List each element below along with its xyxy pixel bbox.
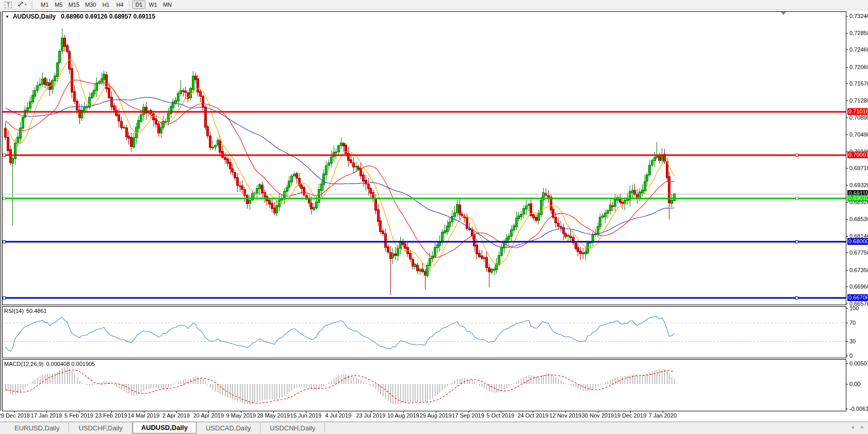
chart-tab-eurusd[interactable]: EURUSD,Daily [5,423,69,433]
macd-tick-label: 0.005076 [849,360,868,366]
macd-tick-label: 0.00 [849,381,860,387]
date-label: 19 Dec 2019 [614,412,646,419]
price-badge-0.66706: 0.66706 [847,294,868,301]
price-badge-0.68000: 0.68000 [847,238,868,245]
price-tick-label: 0.70490 [849,131,868,138]
date-label: 29 Dec 2018 [0,412,30,419]
macd-tick-label: -0.006148 [849,406,868,412]
date-label: 4 Jul 2019 [325,412,352,419]
date-label: 24 Oct 2019 [517,412,548,419]
price-tick-label: 0.69320 [849,182,868,188]
price-tick-label: 0.73240 [849,13,868,19]
chart-title: ▼AUDUSD,Daily0.68960 0.69126 0.68957 0.6… [5,13,155,20]
tab-scroll-buttons: ◂ ▸ [851,424,864,430]
date-label: 5 Feb 2019 [64,412,93,419]
timeframe-button-d1[interactable]: D1 [132,1,145,9]
date-label: 20 Apr 2019 [193,412,224,419]
price-badge-0.71016: 0.71016 [847,108,868,115]
price-tick-label: 0.66960 [849,283,868,290]
rsi-name: RSI(14) [4,308,24,314]
timeframe-button-mn[interactable]: MN [160,1,174,9]
chart-tab-usdcnh[interactable]: USDCNH,Daily [260,423,325,433]
price-tick-label: 0.68530 [849,216,868,222]
rsi-value: 50.4861 [26,308,47,314]
rsi-tick-label: 0 [849,353,853,359]
rsi-tick-label: 100 [849,305,859,311]
chart-tab-usdchf[interactable]: USDCHF,Daily [69,423,132,433]
price-tick-label: 0.67350 [849,267,868,273]
date-label: 2 Apr 2019 [162,412,190,419]
timeframe-button-m30[interactable]: M30 [83,1,99,9]
date-label: 15 Jun 2019 [290,412,322,419]
timeframe-button-w1[interactable]: W1 [146,1,160,9]
price-chart-canvas[interactable] [0,0,868,434]
price-tick-label: 0.67750 [849,249,868,256]
toolbar-separator [129,1,129,8]
price-tick-label: 0.70890 [849,114,868,121]
date-label: 12 Nov 2019 [549,412,581,419]
rsi-tick-label: 30 [849,338,856,344]
price-badge-0.69010: 0.69010 [847,195,868,202]
rsi-indicator-label: RSI(14)50.4861 [4,308,47,314]
date-label: 29 Aug 2019 [420,412,452,419]
toolbar-grip [31,1,35,8]
chart-dropdown-icon[interactable]: ▼ [5,14,9,19]
date-label: 30 Nov 2019 [582,412,614,419]
timeframe-button-h1[interactable]: H1 [99,1,112,9]
chart-tab-usdcad[interactable]: USDCAD,Daily [196,423,260,433]
toolbar: T ▾ M1M5M15M30H1H4D1W1MN [0,0,868,10]
price-tick-label: 0.72850 [849,30,868,36]
text-tool-button[interactable]: T [2,1,14,9]
date-label: 23 Feb 2019 [95,412,127,419]
price-tick-label: 0.72060 [849,64,868,70]
price-badge-0.70007: 0.70007 [847,152,868,158]
price-tick-label: 0.69710 [849,165,868,171]
date-label: 5 Oct 2019 [487,412,515,419]
rsi-tick-label: 70 [849,320,856,326]
date-label: 17 Sep 2019 [452,412,484,419]
tab-scroll-left-icon[interactable]: ◂ [851,424,854,430]
diagonal-arrows-icon [18,1,24,9]
price-tick-label: 0.71280 [849,97,868,104]
date-label: 17 Jan 2019 [31,412,62,419]
tab-scroll-right-icon[interactable]: ▸ [861,424,864,430]
date-label: 7 Jan 2020 [649,412,677,419]
macd-indicator-label: MACD(12,26,9)0.000408 0.001905 [4,361,95,367]
text-tool-icon: T [5,2,12,8]
timeframe-button-m5[interactable]: M5 [52,1,65,9]
timeframe-button-m15[interactable]: M15 [66,1,82,9]
price-tick-label: 0.71670 [849,80,868,87]
date-label: 14 Mar 2019 [128,412,160,419]
chart-tab-audusd[interactable]: AUDUSD,Daily [133,422,196,433]
date-label: 23 Jul 2019 [356,412,385,419]
macd-name: MACD(12,26,9) [4,361,43,367]
price-tick-label: 0.72460 [849,46,868,53]
timeframe-button-group: M1M5M15M30H1H4D1W1MN [38,1,174,9]
date-label: 9 May 2019 [226,412,256,419]
timeframe-button-h4[interactable]: H4 [113,1,126,9]
macd-values: 0.000408 0.001905 [46,361,95,367]
arrows-tool-button[interactable]: ▾ [15,1,29,9]
chart-symbol-label: AUDUSD,Daily [13,13,56,20]
timeframe-button-m1[interactable]: M1 [38,1,52,9]
date-label: 28 May 2019 [257,412,290,419]
chart-ohlc-values: 0.68960 0.69126 0.68957 0.69115 [61,13,155,20]
chevron-down-icon: ▾ [25,1,27,8]
date-label: 10 Aug 2019 [387,412,419,419]
chart-tab-bar: EURUSD,DailyUSDCHF,DailyAUDUSD,DailyUSDC… [0,422,868,434]
